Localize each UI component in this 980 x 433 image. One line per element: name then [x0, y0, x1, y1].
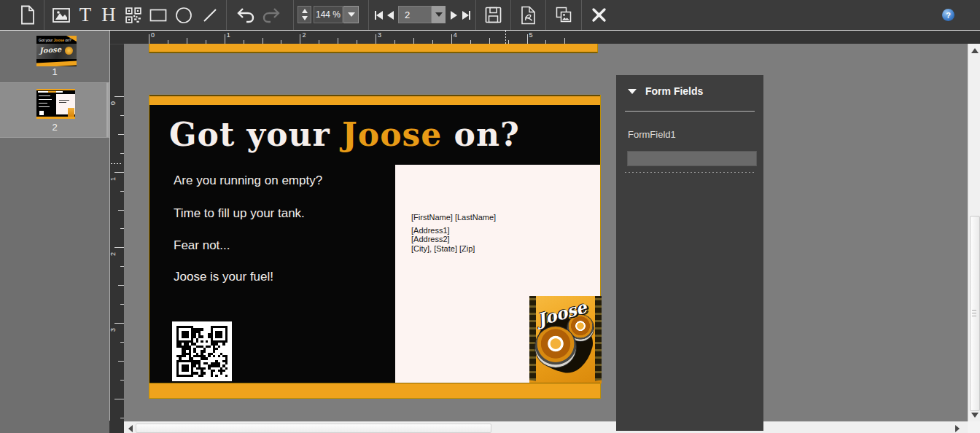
previous-page-button[interactable] — [385, 0, 395, 30]
previous-page-icon — [387, 11, 394, 20]
body-text-line[interactable]: Time to fill up your tank. — [174, 206, 305, 221]
sidebar-scrollbar-thumb[interactable] — [106, 82, 109, 137]
undo-button[interactable] — [234, 0, 257, 30]
chevron-down-icon — [435, 12, 443, 17]
toolbar: T H — [0, 0, 980, 31]
redo-icon — [262, 7, 281, 23]
body-text-line[interactable]: Are you running on empty? — [174, 173, 322, 188]
form-fields-header[interactable]: Form Fields — [628, 85, 703, 97]
scroll-down-arrow[interactable] — [971, 413, 979, 418]
horizontal-scrollbar[interactable] — [124, 421, 968, 433]
vertical-ruler: 0123 — [109, 44, 124, 433]
speaker-icon — [535, 327, 576, 367]
last-page-button[interactable] — [459, 0, 472, 30]
insert-text-button[interactable]: T — [75, 0, 96, 30]
horizontal-scrollbar-thumb[interactable] — [136, 424, 491, 433]
address-line: [Address1] — [411, 226, 496, 235]
vertical-scrollbar[interactable] — [968, 44, 980, 421]
save-button[interactable] — [481, 0, 505, 30]
body-text-line[interactable]: Joose is your fuel! — [174, 270, 273, 284]
form-field-name: FormField1 — [628, 129, 676, 140]
form-fields-title: Form Fields — [645, 85, 703, 97]
form-field-input[interactable] — [627, 151, 757, 166]
page-1-label: 1 — [0, 66, 109, 77]
insert-heading-icon: H — [101, 0, 116, 30]
toolbar-separator — [510, 0, 511, 30]
page-bottom-accent-bar — [149, 383, 600, 398]
product-image-object[interactable]: Joose — [529, 296, 602, 383]
address-merge-block[interactable]: [FirstName] [LastName] [Address1] [Addre… — [411, 213, 496, 253]
body-text-line[interactable]: Fear not... — [174, 238, 230, 253]
next-page-button[interactable] — [448, 0, 459, 30]
close-icon — [591, 7, 607, 23]
redo-button[interactable] — [260, 0, 283, 30]
vertical-scrollbar-thumb[interactable] — [970, 216, 980, 411]
qr-code-image — [176, 326, 228, 377]
insert-qrcode-icon — [125, 7, 141, 23]
sidebar-page-item-1[interactable]: Got your Joose on? Joose 1 — [0, 31, 109, 82]
insert-line-button[interactable] — [199, 0, 221, 30]
sidebar-divider-vertical — [109, 31, 110, 433]
help-icon: ? — [946, 11, 951, 20]
scroll-up-arrow[interactable] — [971, 48, 979, 53]
insert-image-button[interactable] — [50, 0, 73, 30]
insert-ellipse-button[interactable] — [173, 0, 195, 30]
headline-highlight: Joose — [342, 116, 442, 153]
zoom-value[interactable]: 144 % — [314, 6, 343, 23]
toolbar-separator — [545, 0, 546, 30]
ruler-cursor-marker — [111, 163, 122, 164]
postcard-page[interactable]: Got your Joose on? Are you running on em… — [149, 95, 601, 399]
spin-down-icon — [302, 16, 308, 20]
sidebar-divider — [0, 137, 109, 138]
filmstrip-decoration — [595, 296, 602, 381]
save-icon — [484, 6, 502, 24]
chevron-down-icon — [348, 12, 355, 17]
filmstrip-decoration — [529, 296, 536, 381]
form-fields-panel: Form Fields FormField1 — [616, 75, 763, 431]
scroll-left-arrow[interactable] — [128, 425, 133, 432]
undo-icon — [236, 7, 255, 23]
sidebar-page-item-2[interactable]: 2 — [0, 83, 109, 137]
insert-qrcode-button[interactable] — [122, 0, 144, 30]
insert-heading-button[interactable]: H — [98, 0, 119, 30]
page-2-thumbnail[interactable] — [36, 89, 75, 119]
page-dropdown-button[interactable] — [432, 6, 446, 23]
page-number-field[interactable]: 2 — [398, 6, 432, 23]
help-button[interactable]: ? — [942, 9, 954, 21]
panel-dotted-separator — [625, 172, 755, 173]
insert-line-icon — [202, 7, 218, 23]
new-page-button[interactable] — [16, 0, 39, 30]
first-page-button[interactable] — [372, 0, 385, 30]
zoom-spinner[interactable] — [298, 6, 311, 23]
insert-image-icon — [52, 7, 71, 24]
page-top-accent-bar — [149, 96, 600, 105]
insert-ellipse-icon — [175, 7, 192, 24]
toolbar-separator — [293, 0, 294, 30]
toolbar-separator — [475, 0, 476, 30]
export-pdf-button[interactable] — [516, 0, 540, 30]
headline-text-object[interactable]: Got your Joose on? — [169, 114, 520, 155]
toolbar-separator — [581, 0, 582, 30]
headline-suffix: on? — [442, 116, 519, 153]
address-line: [City], [State] [Zip] — [411, 244, 496, 254]
copy-page-button[interactable] — [551, 0, 576, 30]
horizontal-ruler: 012345 — [109, 31, 980, 44]
page-1-thumbnail[interactable]: Got your Joose on? Joose — [36, 36, 77, 66]
zoom-dropdown-button[interactable] — [343, 6, 359, 23]
last-page-icon — [462, 11, 469, 20]
toolbar-separator — [44, 0, 44, 30]
close-button[interactable] — [586, 0, 611, 30]
copy-page-icon — [554, 6, 573, 25]
insert-text-icon: T — [79, 0, 92, 30]
scrollbar-corner — [968, 421, 980, 433]
page-2-label: 2 — [0, 122, 109, 133]
qr-code-object[interactable] — [172, 321, 232, 381]
insert-rectangle-button[interactable] — [147, 0, 169, 30]
page-1-bottom-edge — [149, 44, 598, 53]
toolbar-separator — [368, 0, 369, 30]
insert-rectangle-icon — [149, 8, 167, 23]
scroll-right-arrow[interactable] — [955, 425, 960, 432]
page-thumbnail-sidebar: Got your Joose on? Joose 1 — [0, 31, 109, 433]
spin-up-icon — [302, 9, 308, 13]
address-line: [FirstName] [LastName] — [411, 213, 496, 222]
